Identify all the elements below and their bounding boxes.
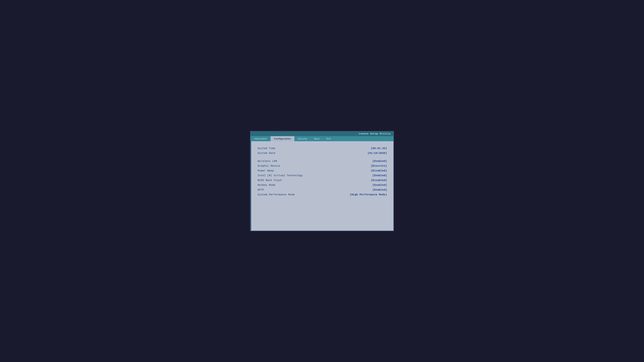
value-dptf: [Enabled] [372, 189, 387, 191]
label-power-beep: Power Beep [258, 169, 274, 172]
content-area: System Time [08:01:33] System Date [01/1… [250, 141, 394, 231]
section-gap [258, 156, 387, 159]
label-system-performance-mode: System Performance Mode [258, 193, 295, 196]
label-graphic-device: Graphic Device [258, 165, 280, 167]
row-graphic-device[interactable]: Graphic Device [Discrete] [258, 164, 387, 168]
value-bios-back-flash: [Disabled] [371, 179, 387, 182]
row-system-date[interactable]: System Date [01/18/2020] [258, 151, 387, 156]
row-power-beep[interactable]: Power Beep [Disabled] [258, 168, 387, 173]
label-wireless-lan: Wireless LAN [258, 160, 277, 163]
label-bios-back-flash: BIOS Back Flash [258, 179, 282, 182]
label-hotkey-mode: HotKey Mode [258, 184, 275, 187]
nav-item-boot[interactable]: Boot [311, 136, 323, 141]
value-system-performance-mode: [High Performance Mode] [350, 193, 387, 196]
row-intel-vt[interactable]: Intel (R) Virtual Technology [Enabled] [258, 173, 387, 178]
row-bios-back-flash[interactable]: BIOS Back Flash [Disabled] [258, 178, 387, 183]
label-dptf: DPTF [258, 189, 264, 191]
title-label: Lenovo Setup Utility [359, 132, 391, 135]
value-intel-vt: [Enabled] [372, 174, 387, 177]
value-graphic-device: [Discrete] [371, 165, 387, 167]
label-intel-vt: Intel (R) Virtual Technology [258, 174, 303, 177]
label-system-date: System Date [258, 152, 275, 155]
row-hotkey-mode[interactable]: HotKey Mode [Enabled] [258, 183, 387, 188]
nav-item-exit[interactable]: Exit [323, 136, 334, 141]
row-wireless-lan[interactable]: Wireless LAN [Enabled] [258, 159, 387, 164]
row-system-time[interactable]: System Time [08:01:33] [258, 146, 387, 151]
row-dptf[interactable]: DPTF [Enabled] [258, 188, 387, 192]
value-hotkey-mode: [Enabled] [372, 184, 387, 187]
label-system-time: System Time [258, 147, 275, 150]
value-power-beep: [Disabled] [371, 169, 387, 172]
value-wireless-lan: [Enabled] [372, 160, 387, 163]
nav-item-security[interactable]: Security [294, 136, 311, 141]
bios-screen: Lenovo Setup Utility Information Configu… [250, 131, 394, 231]
nav-bar: Information Configuration Security Boot … [250, 136, 394, 141]
nav-item-configuration[interactable]: Configuration [270, 136, 294, 141]
title-bar: Lenovo Setup Utility [250, 131, 394, 136]
nav-item-information[interactable]: Information [250, 136, 270, 141]
value-system-time: [08:01:33] [371, 147, 387, 150]
row-system-performance-mode[interactable]: System Performance Mode [High Performanc… [258, 192, 387, 197]
value-system-date: [01/18/2020] [368, 152, 387, 155]
